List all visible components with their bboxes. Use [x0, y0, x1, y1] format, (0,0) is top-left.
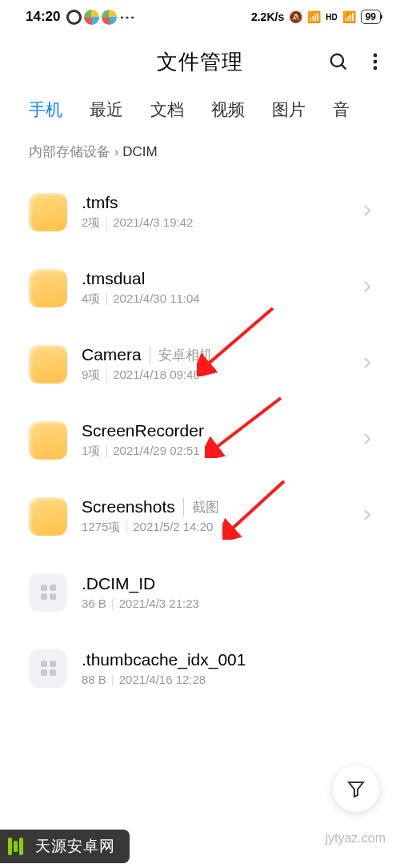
- file-date: 2021/5/2 14:20: [133, 520, 213, 533]
- status-icon-circle-2: [84, 10, 99, 25]
- watermark-logo-icon: [3, 834, 27, 858]
- breadcrumb[interactable]: 内部存储设备 › DCIM: [0, 130, 400, 174]
- status-time: 14:20: [26, 9, 60, 25]
- tab-image[interactable]: 图片: [272, 98, 306, 121]
- file-name: .tmfs: [82, 193, 118, 212]
- list-item[interactable]: ScreenRecorder 1项|2021/4/29 02:51: [29, 402, 371, 478]
- file-name: Camera: [82, 345, 142, 364]
- file-name: .thumbcache_idx_001: [82, 650, 246, 669]
- battery-indicator: 99: [361, 10, 381, 24]
- list-item[interactable]: Screenshots截图 1275项|2021/5/2 14:20: [29, 478, 371, 554]
- tab-audio[interactable]: 音: [333, 98, 350, 121]
- filter-button[interactable]: [333, 766, 379, 812]
- file-count: 1275项: [82, 520, 120, 533]
- status-bar: 14:20 ⋯ 2.2K/s 🔕 📶 HD 📶 99: [0, 0, 400, 34]
- file-icon: [29, 573, 67, 612]
- breadcrumb-current: DCIM: [122, 144, 157, 159]
- svg-point-2: [374, 54, 378, 58]
- chevron-right-icon: [363, 356, 371, 372]
- search-icon[interactable]: [328, 51, 349, 72]
- tab-recent[interactable]: 最近: [90, 98, 123, 121]
- list-item[interactable]: .DCIM_ID 36 B|2021/4/3 21:23: [29, 554, 371, 630]
- file-date: 2021/4/3 19:42: [113, 215, 193, 229]
- file-list: .tmfs 2项|2021/4/3 19:42 .tmsdual 4项|2021…: [0, 174, 400, 706]
- watermark-text: 天源安卓网: [35, 836, 115, 857]
- status-icon-circle-1: [66, 10, 82, 25]
- tab-video[interactable]: 视频: [211, 98, 245, 121]
- file-count: 2项: [82, 215, 100, 229]
- file-date: 2021/4/30 11:04: [113, 291, 199, 305]
- folder-icon: [29, 345, 67, 384]
- svg-marker-9: [349, 782, 363, 797]
- status-netspeed: 2.2K/s: [251, 10, 284, 23]
- page-title: 文件管理: [157, 48, 243, 76]
- list-item[interactable]: .thumbcache_idx_001 88 B|2021/4/16 12:28: [29, 630, 371, 706]
- chevron-right-icon: [363, 432, 371, 448]
- file-name: Screenshots: [82, 497, 175, 516]
- wifi-icon: 📶: [342, 10, 356, 23]
- file-date: 2021/4/18 09:46: [113, 368, 199, 381]
- svg-point-4: [374, 66, 378, 70]
- hd-label: HD: [326, 13, 337, 22]
- folder-icon: [29, 421, 67, 460]
- list-item[interactable]: .tmfs 2项|2021/4/3 19:42: [29, 174, 371, 250]
- folder-icon: [29, 497, 67, 536]
- mute-icon: 🔕: [289, 10, 302, 23]
- chevron-right-icon: [363, 280, 371, 296]
- file-name: .tmsdual: [82, 269, 145, 288]
- app-header: 文件管理: [0, 34, 400, 90]
- watermark-banner: 天源安卓网: [0, 830, 130, 863]
- watermark-domain: jytyaz.com: [325, 831, 386, 846]
- file-tag: 截图: [183, 498, 219, 516]
- list-item[interactable]: .tmsdual 4项|2021/4/30 11:04: [29, 250, 371, 326]
- folder-icon: [29, 269, 67, 307]
- file-size: 88 B: [82, 673, 106, 686]
- status-more-icon: ⋯: [119, 7, 134, 26]
- file-count: 1项: [82, 444, 100, 457]
- tab-docs[interactable]: 文档: [150, 98, 184, 121]
- breadcrumb-sep: ›: [114, 144, 122, 159]
- list-item[interactable]: Camera安卓相机 9项|2021/4/18 09:46: [29, 326, 371, 402]
- svg-line-1: [342, 65, 346, 69]
- file-date: 2021/4/29 02:51: [113, 444, 199, 457]
- chevron-right-icon: [363, 508, 371, 524]
- signal-icon: 📶: [307, 10, 321, 23]
- status-icon-circle-3: [102, 10, 117, 25]
- file-date: 2021/4/16 12:28: [119, 673, 206, 686]
- svg-point-3: [374, 60, 378, 64]
- file-date: 2021/4/3 21:23: [119, 597, 199, 610]
- file-size: 36 B: [82, 597, 106, 610]
- tabs: 手机 最近 文档 视频 图片 音: [0, 90, 400, 130]
- tab-phone[interactable]: 手机: [29, 98, 62, 121]
- file-name: ScreenRecorder: [82, 421, 204, 440]
- folder-icon: [29, 193, 67, 231]
- file-tag: 安卓相机: [150, 346, 213, 364]
- file-name: .DCIM_ID: [82, 574, 155, 593]
- file-icon: [29, 649, 67, 688]
- breadcrumb-root[interactable]: 内部存储设备: [29, 144, 110, 159]
- file-count: 4项: [82, 291, 100, 305]
- more-options-icon[interactable]: [373, 52, 378, 71]
- chevron-right-icon: [363, 204, 371, 220]
- file-count: 9项: [82, 368, 100, 381]
